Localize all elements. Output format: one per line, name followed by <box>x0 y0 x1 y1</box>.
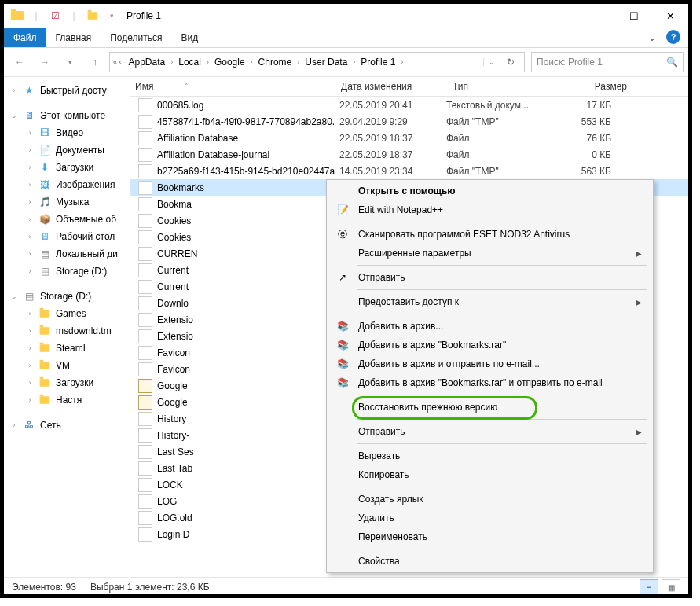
view-details-button[interactable]: ≡ <box>640 579 658 595</box>
crumb[interactable]: AppData <box>125 57 170 68</box>
crumb[interactable]: Google <box>211 57 249 68</box>
file-size: 553 КБ <box>548 116 616 127</box>
menu-item[interactable]: Предоставить доступ к▶ <box>327 292 653 311</box>
view-icons-button[interactable]: ▦ <box>662 579 680 595</box>
tree-item[interactable]: ›🖥Рабочий стол <box>4 228 130 245</box>
tree-network[interactable]: › 🖧 Сеть <box>4 417 130 434</box>
menu-item[interactable]: Расширенные параметры▶ <box>327 244 653 263</box>
refresh-icon[interactable]: ↻ <box>500 53 521 72</box>
folder-icon: ▤ <box>38 265 51 277</box>
menu-item[interactable]: Восстановить прежнюю версию <box>327 398 653 417</box>
tree-item[interactable]: ›📄Документы <box>4 141 130 159</box>
file-name: Google <box>157 397 192 408</box>
tree-quick-access[interactable]: › ★ Быстрый досту <box>4 82 130 99</box>
tree-item[interactable]: ›📦Объемные об <box>4 211 130 228</box>
tab-share[interactable]: Поделиться <box>101 28 171 47</box>
history-dropdown-icon[interactable]: ⌄ <box>483 58 500 66</box>
address-row: ← → ▾ ↑ « ‹ AppData› Local› Google› Chro… <box>4 48 688 77</box>
folder-icon-small[interactable] <box>84 7 101 24</box>
menu-separator <box>357 419 647 420</box>
context-menu[interactable]: Открыть с помощью📝Edit with Notepad++ⓔСк… <box>326 179 654 573</box>
tree-item[interactable]: ›Games <box>4 305 130 322</box>
menu-item[interactable]: ↗Отправить <box>327 268 653 287</box>
window-controls: — ☐ ✕ <box>580 4 688 28</box>
menu-item[interactable]: Отправить▶ <box>327 422 653 441</box>
menu-item[interactable]: Открыть с помощью <box>327 182 653 200</box>
maximize-button[interactable]: ☐ <box>616 4 652 28</box>
search-icon: 🔍 <box>666 57 678 68</box>
nav-back-button[interactable]: ← <box>9 51 31 73</box>
file-name: CURREN <box>157 248 197 259</box>
tree-this-pc[interactable]: ⌄ 🖥 Этот компьюте <box>4 107 130 124</box>
table-row[interactable]: 000685.log22.05.2019 20:41Текстовый доку… <box>130 97 688 113</box>
tree-item[interactable]: ›msdownld.tm <box>4 322 130 340</box>
menu-item[interactable]: Копировать <box>327 465 653 484</box>
crumb[interactable]: Chrome <box>255 57 296 68</box>
tree-label: msdownld.tm <box>56 325 112 336</box>
tree-item[interactable]: ›SteamL <box>4 340 130 357</box>
menu-item[interactable]: ⓔСканировать программой ESET NOD32 Antiv… <box>327 225 653 244</box>
tree-item[interactable]: ›Настя <box>4 391 130 409</box>
tree-label: Storage (D:) <box>56 266 107 277</box>
menu-item-label: Предоставить доступ к <box>358 296 459 307</box>
nav-up-button[interactable]: ↑ <box>84 51 106 73</box>
file-date: 22.05.2019 18:37 <box>335 133 442 144</box>
menu-item[interactable]: 📚Добавить в архив "Bookmarks.rar" и отпр… <box>327 373 653 392</box>
tab-file[interactable]: Файл <box>4 28 46 47</box>
tree-item[interactable]: ›⬇Загрузки <box>4 159 130 176</box>
close-button[interactable]: ✕ <box>652 4 688 28</box>
tree-item[interactable]: ›🎵Музыка <box>4 193 130 211</box>
properties-icon[interactable]: ☑ <box>46 7 64 24</box>
menu-separator <box>357 222 647 222</box>
tree-item[interactable]: ›VM <box>4 357 130 374</box>
col-date[interactable]: Дата изменения <box>336 81 448 92</box>
menu-item[interactable]: 📚Добавить в архив... <box>327 317 653 336</box>
col-size[interactable]: Размер <box>559 81 632 92</box>
help-icon[interactable]: ? <box>666 30 680 44</box>
menu-item[interactable]: 📝Edit with Notepad++ <box>327 200 653 219</box>
col-type[interactable]: Тип <box>448 81 559 92</box>
nav-tree[interactable]: › ★ Быстрый досту ⌄ 🖥 Этот компьюте ›🎞Ви… <box>4 77 130 577</box>
table-row[interactable]: Affiliation Database22.05.2019 18:37Файл… <box>130 130 688 146</box>
breadcrumb[interactable]: « ‹ AppData› Local› Google› Chrome› User… <box>109 52 525 72</box>
crumb[interactable]: Local <box>174 57 205 68</box>
table-row[interactable]: b2725a69-f143-415b-9145-bd210e02447a...1… <box>130 163 688 179</box>
file-type: Файл "TMP" <box>442 166 548 177</box>
tree-item[interactable]: ›Загрузки <box>4 374 130 391</box>
menu-item[interactable]: 📚Добавить в архив "Bookmarks.rar" <box>327 336 653 354</box>
qat-dropdown[interactable]: ▾ <box>103 7 120 24</box>
tree-item[interactable]: ›🎞Видео <box>4 124 130 141</box>
table-row[interactable]: Affiliation Database-journal22.05.2019 1… <box>130 146 688 163</box>
menu-item[interactable]: 📚Добавить в архив и отправить по e-mail.… <box>327 354 653 373</box>
tab-home[interactable]: Главная <box>46 28 101 47</box>
menu-item[interactable]: Удалить <box>327 509 653 527</box>
menu-item[interactable]: Переименовать <box>327 527 653 546</box>
file-name: LOG <box>157 496 177 507</box>
nav-forward-button[interactable]: → <box>34 51 56 73</box>
tree-item[interactable]: ›🖼Изображения <box>4 176 130 193</box>
crumb[interactable]: User Data <box>301 57 351 68</box>
tab-view[interactable]: Вид <box>171 28 207 47</box>
tree-item[interactable]: ›▤Storage (D:) <box>4 263 130 280</box>
nav-recent-dropdown[interactable]: ▾ <box>59 51 81 73</box>
menu-item[interactable]: Вырезать <box>327 446 653 465</box>
minimize-button[interactable]: — <box>580 4 616 28</box>
file-name: Downlo <box>157 298 189 309</box>
column-headers[interactable]: Имя˄ Дата изменения Тип Размер <box>130 77 688 97</box>
search-input[interactable]: Поиск: Profile 1 🔍 <box>531 52 684 72</box>
col-name[interactable]: Имя˄ <box>130 81 336 92</box>
file-icon <box>138 412 152 426</box>
table-row[interactable]: 45788741-fb4a-49f0-9817-770894ab2a80.t..… <box>130 113 688 130</box>
file-size: 17 КБ <box>548 100 616 111</box>
breadcrumb-overflow[interactable]: « ‹ <box>113 58 125 66</box>
tree-storage[interactable]: ⌄ ▤ Storage (D:) <box>4 288 130 305</box>
chevron-right-icon: › <box>26 344 34 352</box>
file-icon <box>138 428 152 443</box>
tree-item[interactable]: ›▤Локальный ди <box>4 245 130 263</box>
folder-icon: 🎞 <box>38 127 51 139</box>
crumb[interactable]: Profile 1 <box>357 57 399 68</box>
file-name: LOCK <box>157 479 183 490</box>
ribbon-expand-icon[interactable]: ⌄ <box>643 28 662 47</box>
menu-item[interactable]: Свойства <box>327 552 653 571</box>
menu-item[interactable]: Создать ярлык <box>327 490 653 509</box>
